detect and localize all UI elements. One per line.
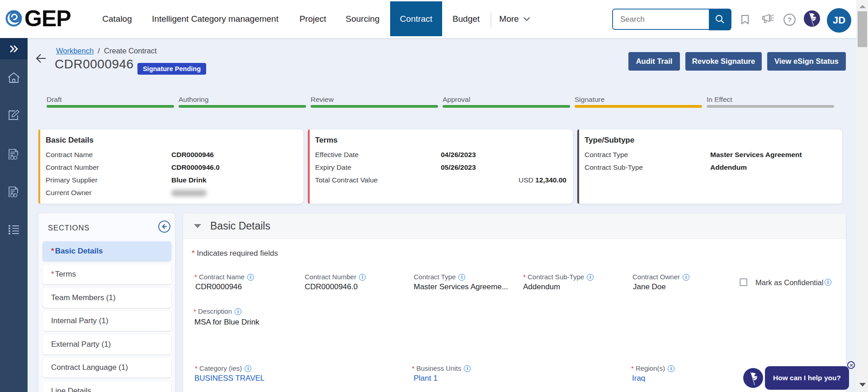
svg-text:?: ? bbox=[788, 16, 791, 24]
